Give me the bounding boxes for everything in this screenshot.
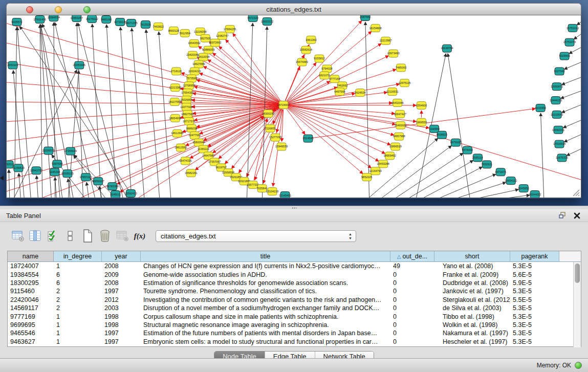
graph-edge[interactable]: [567, 147, 581, 156]
table-cell[interactable]: Estimation of significance thresholds fo…: [141, 279, 390, 287]
graph-edge[interactable]: [564, 133, 581, 142]
table-row[interactable]: 1938455462009Genome-wide association stu…: [8, 270, 581, 278]
graph-edge[interactable]: [159, 32, 171, 198]
table-cell[interactable]: Wolkin et al. (1998): [434, 321, 510, 329]
table-cell[interactable]: 18300295: [8, 279, 54, 287]
table-cell[interactable]: 1997: [102, 330, 141, 337]
float-panel-button[interactable]: [557, 211, 568, 220]
table-cell[interactable]: 0: [390, 330, 434, 337]
table-cell[interactable]: 5.5E-5: [510, 296, 559, 303]
table-cell[interactable]: 1: [54, 338, 102, 345]
table-cell[interactable]: 5.3E-5: [510, 330, 559, 337]
table-cell[interactable]: 18724007: [8, 262, 54, 270]
graph-edge[interactable]: [7, 81, 279, 104]
window-resize-grip[interactable]: [573, 189, 580, 196]
show-table-mode-button[interactable]: [9, 228, 27, 244]
table-cell[interactable]: 6: [54, 279, 102, 287]
table-cell[interactable]: 9699695: [8, 321, 54, 329]
table-cell[interactable]: 1998: [102, 313, 141, 320]
table-cell[interactable]: 5.3E-5: [510, 321, 559, 329]
select-all-columns-button[interactable]: [44, 228, 61, 244]
graph-edge[interactable]: [288, 106, 394, 135]
table-cell[interactable]: Genome-wide association studies in ADHD.: [141, 271, 390, 278]
table-cell[interactable]: 2008: [102, 279, 141, 287]
graph-edge[interactable]: [146, 30, 160, 198]
memory-ok-indicator[interactable]: [575, 362, 582, 369]
table-cell[interactable]: Hescheler et al. (1997): [434, 338, 510, 345]
graph-edge[interactable]: [212, 53, 279, 102]
table-cell[interactable]: 0: [390, 321, 434, 329]
table-cell[interactable]: 5.3E-5: [510, 304, 559, 312]
table-cell[interactable]: Nakamura et al. (1997): [434, 330, 510, 337]
table-cell[interactable]: Dudbridge et al. (2008): [434, 279, 510, 287]
select-columns-button[interactable]: [27, 228, 44, 244]
graph-edge[interactable]: [7, 20, 279, 104]
table-cell[interactable]: Estimation of the future numbers of pati…: [141, 330, 390, 337]
table-cell[interactable]: 9463627: [8, 338, 54, 345]
table-row[interactable]: 1456911722003Disruption of a novel membe…: [8, 304, 581, 312]
table-cell[interactable]: 0: [390, 338, 434, 345]
table-row[interactable]: 946554611997Estimation of the future num…: [8, 329, 581, 337]
graph-edge[interactable]: [470, 195, 530, 198]
table-cell[interactable]: 5.9E-5: [510, 279, 559, 287]
zoom-window-button[interactable]: [83, 6, 91, 13]
table-row[interactable]: 911546021997Tourette syndrome. Phenomeno…: [8, 287, 581, 295]
column-header-in_degree[interactable]: in_degree: [54, 251, 102, 262]
close-window-button[interactable]: [26, 6, 33, 13]
graph-edge[interactable]: [7, 41, 279, 104]
create-column-button[interactable]: [79, 228, 96, 244]
table-cell[interactable]: 9465546: [8, 330, 54, 337]
table-cell[interactable]: Changes of HCN gene expression and I(f) …: [141, 262, 390, 270]
table-cell[interactable]: 0: [390, 271, 434, 278]
table-cell[interactable]: 2003: [102, 304, 141, 312]
network-window-titlebar[interactable]: citations_edges.txt: [6, 3, 581, 15]
table-cell[interactable]: 5.3E-5: [510, 338, 559, 345]
table-cell[interactable]: 5.3E-5: [510, 288, 559, 295]
graph-edge[interactable]: [457, 189, 518, 198]
column-header-out_de[interactable]: △out_de...: [390, 251, 434, 262]
minimize-window-button[interactable]: [55, 6, 62, 13]
graph-edge[interactable]: [287, 108, 363, 174]
table-cell[interactable]: 0: [390, 279, 434, 287]
graph-edge[interactable]: [77, 23, 83, 198]
graph-edge[interactable]: [405, 126, 581, 181]
graph-edge[interactable]: [233, 33, 281, 101]
network-view-window[interactable]: citations_edges.txt 18724007178841551208…: [6, 3, 581, 199]
graph-edge[interactable]: [401, 160, 473, 198]
network-graph-svg[interactable]: 1872400717884155120827471597266210889059…: [7, 15, 581, 198]
table-cell[interactable]: 6: [54, 271, 102, 278]
graph-edge[interactable]: [564, 60, 581, 70]
graph-edge[interactable]: [415, 167, 483, 198]
table-cell[interactable]: 14569117: [8, 304, 54, 312]
table-cell[interactable]: 2: [54, 296, 102, 303]
graph-edge[interactable]: [448, 53, 470, 198]
column-header-year[interactable]: year: [102, 251, 141, 262]
table-cell[interactable]: 0: [390, 313, 434, 320]
graph-edge[interactable]: [9, 169, 10, 198]
table-cell[interactable]: Corpus callosum shape and size in male p…: [141, 313, 390, 320]
panel-collapse-arrow-icon[interactable]: [0, 176, 4, 181]
graph-edge[interactable]: [443, 182, 506, 198]
table-row[interactable]: 977716911998Corpus callosum shape and si…: [8, 312, 581, 320]
graph-edge[interactable]: [561, 75, 581, 84]
table-cell[interactable]: 1998: [102, 321, 141, 329]
delete-columns-button[interactable]: [96, 228, 114, 244]
table-cell[interactable]: Embryonic stem cells: a model to study s…: [141, 338, 390, 345]
table-cell[interactable]: 5.6E-5: [510, 271, 559, 278]
table-row[interactable]: 946362711997Embryonic stem cells: a mode…: [8, 338, 581, 346]
table-cell[interactable]: 1997: [102, 338, 141, 345]
table-row[interactable]: 2242004622012Investigating the contribut…: [8, 296, 581, 304]
delete-table-button[interactable]: [114, 228, 131, 244]
table-cell[interactable]: 49: [390, 262, 434, 270]
table-cell[interactable]: 1997: [102, 288, 141, 295]
column-header-short[interactable]: short: [434, 251, 510, 262]
table-cell[interactable]: de Silva et al. (2003): [434, 304, 510, 312]
close-panel-button[interactable]: [572, 211, 582, 220]
table-cell[interactable]: 1: [54, 321, 102, 329]
row-height-button[interactable]: [61, 228, 79, 244]
graph-edge[interactable]: [286, 67, 300, 101]
table-cell[interactable]: 1: [54, 262, 102, 270]
table-cell[interactable]: Tourette syndrome. Phenomenology and cla…: [141, 288, 390, 295]
table-cell[interactable]: 19384554: [8, 271, 54, 278]
table-cell[interactable]: 22420046: [8, 296, 54, 303]
